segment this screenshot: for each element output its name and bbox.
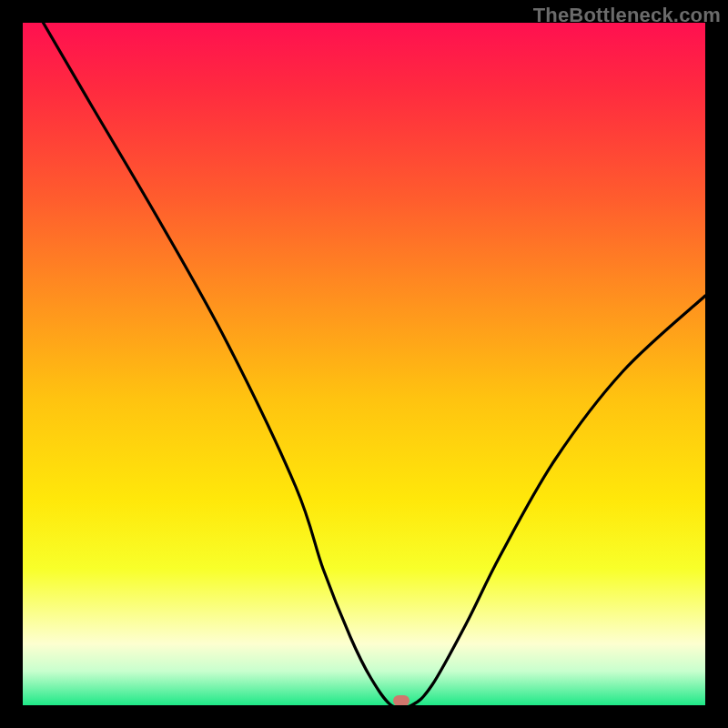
chart-frame: TheBottleneck.com [0, 0, 728, 728]
optimal-point-marker [393, 695, 410, 705]
bottleneck-curve [44, 23, 706, 705]
plot-area [23, 23, 705, 705]
curve-svg [23, 23, 705, 705]
